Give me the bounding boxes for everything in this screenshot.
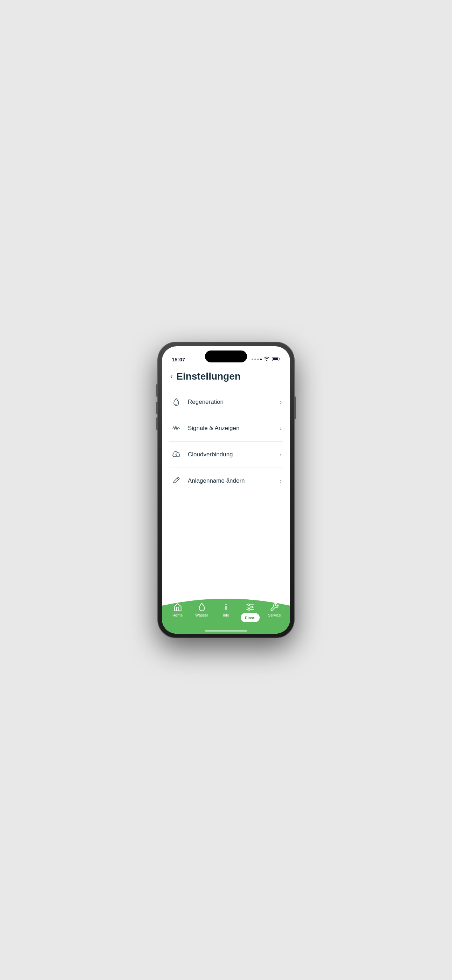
battery-icon xyxy=(272,356,280,363)
nav-item-info[interactable]: Info xyxy=(214,601,238,617)
chevron-regeneration: › xyxy=(280,399,282,406)
chevron-rename: › xyxy=(280,477,282,485)
svg-point-2 xyxy=(225,604,226,605)
einst-icon xyxy=(246,603,255,612)
home-icon xyxy=(173,603,182,612)
status-time: 15:07 xyxy=(172,356,185,363)
menu-label-cloud: Cloudverbindung xyxy=(188,451,274,458)
nav-label-einst: Einst. xyxy=(245,616,255,620)
menu-item-cloud[interactable]: Cloudverbindung › xyxy=(169,442,283,468)
bottom-nav-wrapper: Home Wasser Info xyxy=(162,595,290,634)
menu-label-signals: Signale & Anzeigen xyxy=(188,425,274,432)
status-icons xyxy=(251,356,280,363)
svg-point-8 xyxy=(251,606,253,608)
nav-label-info: Info xyxy=(223,613,229,617)
menu-list: Regeneration › Signale & Anzeigen › xyxy=(162,389,290,595)
menu-label-rename: Anlagenname ändern xyxy=(188,477,274,484)
nav-label-service: Service xyxy=(268,613,281,617)
nav-item-wasser[interactable]: Wasser xyxy=(189,601,214,617)
regeneration-icon xyxy=(170,396,182,408)
nav-item-einst[interactable]: Einst. xyxy=(238,601,263,622)
svg-point-9 xyxy=(248,608,250,610)
chevron-cloud: › xyxy=(280,451,282,458)
page-title: Einstellungen xyxy=(176,371,241,382)
nav-item-home[interactable]: Home xyxy=(166,601,189,617)
svg-rect-1 xyxy=(272,358,278,360)
svg-point-7 xyxy=(248,604,250,606)
wifi-icon xyxy=(264,356,270,363)
edit-icon xyxy=(170,475,182,487)
nav-label-home: Home xyxy=(172,613,183,617)
home-indicator xyxy=(205,630,247,632)
signals-icon xyxy=(170,422,182,434)
nav-label-wasser: Wasser xyxy=(195,613,208,617)
service-icon xyxy=(270,603,279,612)
back-button[interactable]: ‹ xyxy=(170,372,173,380)
phone-screen: 15:07 xyxy=(162,346,290,634)
phone-frame: 15:07 xyxy=(158,342,294,638)
dynamic-island xyxy=(205,350,247,363)
chevron-signals: › xyxy=(280,425,282,432)
menu-item-rename[interactable]: Anlagenname ändern › xyxy=(169,468,283,494)
svg-rect-3 xyxy=(225,606,226,610)
nav-label-wrapper-einst: Einst. xyxy=(241,613,259,622)
cloud-icon xyxy=(170,449,182,461)
signal-icon xyxy=(251,359,262,360)
nav-item-service[interactable]: Service xyxy=(263,601,286,617)
menu-item-regeneration[interactable]: Regeneration › xyxy=(169,389,283,415)
menu-label-regeneration: Regeneration xyxy=(188,399,274,406)
wasser-icon xyxy=(197,603,206,612)
info-icon xyxy=(221,603,231,612)
menu-item-signals[interactable]: Signale & Anzeigen › xyxy=(169,415,283,442)
bottom-nav: Home Wasser Info xyxy=(162,597,290,634)
header: ‹ Einstellungen xyxy=(162,365,290,389)
